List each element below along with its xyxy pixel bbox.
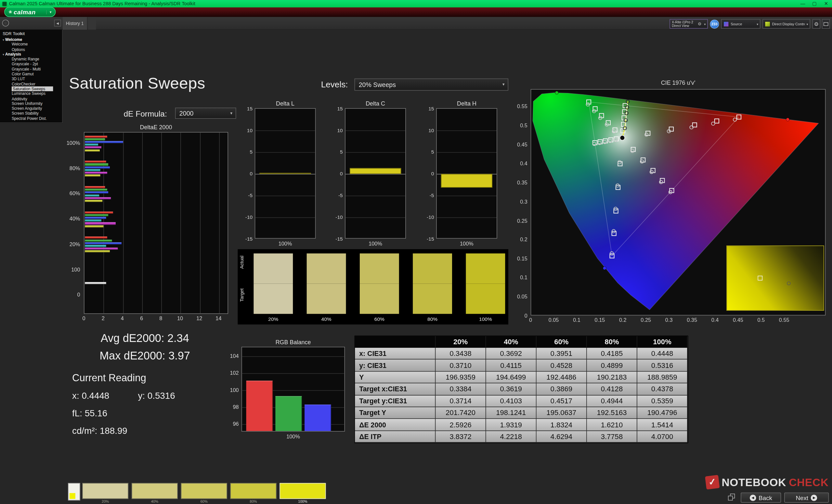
table-cell: 0.4944: [587, 395, 637, 407]
axis-tick-label: 5: [250, 149, 253, 155]
new-tab-stub[interactable]: [88, 17, 96, 30]
sidebar-item-label: ColorChecker: [12, 82, 35, 86]
collapse-panel-button[interactable]: ◀: [54, 20, 61, 26]
thumbnail-label: 60%: [181, 500, 227, 503]
axis-tick-label: 0.25: [517, 218, 527, 223]
sidebar-item-spectral-power-dist-[interactable]: Spectral Power Dist.: [12, 116, 62, 121]
de-bar-red: [85, 186, 105, 188]
thumbnail-60%[interactable]: [181, 483, 227, 499]
calman-menu-button[interactable]: ❀ calman ▾: [4, 7, 56, 17]
close-icon[interactable]: ✕: [820, 0, 832, 7]
sidebar-item-3d-lut[interactable]: 3D LUT: [12, 77, 62, 82]
thumbnail-label: 20%: [82, 500, 128, 503]
thumbnail-100%[interactable]: [280, 483, 326, 499]
next-button[interactable]: Next ▶: [784, 493, 829, 503]
sidebar-item-colorchecker[interactable]: ColorChecker: [12, 82, 62, 86]
de-bar-green: [85, 138, 105, 141]
sidebar-item-options[interactable]: Options: [12, 47, 62, 52]
swatch-60%: [360, 253, 399, 314]
chevron-down-icon: ▾: [499, 82, 508, 87]
table-header-cell: 20%: [436, 336, 486, 348]
sidebar-item-grayscale-multi[interactable]: Grayscale - Multi: [12, 66, 62, 72]
maximize-icon[interactable]: ▢: [809, 0, 820, 7]
de-bar-red: [85, 212, 113, 214]
logo-bar: [0, 7, 832, 17]
workspace-icon[interactable]: [2, 20, 9, 26]
axis-tick-label: 0.45: [517, 142, 527, 147]
minimize-icon[interactable]: —: [797, 0, 809, 7]
fl-value: 55.16: [85, 408, 107, 418]
max-label: Max dE2000:: [100, 349, 165, 362]
de-formula-dropdown[interactable]: 2000 ▾: [175, 108, 236, 118]
sidebar-item-label: Screen Uniformity: [12, 101, 43, 106]
sidebar-item-screen-stability[interactable]: Screen Stability: [12, 111, 62, 116]
source-dropdown[interactable]: Source ▾: [721, 19, 760, 29]
cie-1976-chart: CIE 1976 u'v' 00.050.10.150.20.250.30.35…: [514, 79, 832, 331]
table-cell: 1.5414: [637, 419, 688, 431]
sidebar-item-additivity[interactable]: Additivity: [12, 96, 62, 101]
thumbnail-20%[interactable]: [82, 483, 128, 499]
table-cell: 0.4103: [486, 395, 537, 407]
delta-l-y-axis: 151050-5-10-15: [245, 108, 254, 239]
sidebar-item-grayscale-2pt[interactable]: Grayscale - 2pt: [12, 62, 62, 66]
axis-tick-label: 100: [71, 266, 80, 272]
meter-line2: Direct View: [672, 24, 689, 27]
chevron-down-icon[interactable]: ▾: [3, 53, 4, 56]
sidebar-item-color-gamut[interactable]: Color Gamut: [12, 72, 62, 77]
axis-tick-label: 8: [157, 315, 165, 321]
meter-selector-button[interactable]: X-Rite i1Pro 2Direct View ⚙ ▾: [670, 19, 708, 29]
table-cell: 201.7420: [436, 407, 486, 419]
notebookcheck-logo-icon: ✓: [705, 475, 720, 489]
axis-tick-label: -15: [427, 236, 434, 242]
cie-zoom-inset: [726, 246, 824, 311]
axis-tick-label: 0.4: [520, 161, 527, 167]
sidebar-item-welcome[interactable]: ▾Welcome: [0, 37, 62, 42]
thumbnail-strip: 20%40%60%80%100%: [68, 482, 365, 504]
de-bar-cyan: [85, 220, 101, 222]
sidebar-item-analysis[interactable]: ▾Analysis: [0, 52, 62, 57]
tab-history-1[interactable]: History 1: [63, 17, 88, 30]
swatch-target: [360, 283, 399, 314]
table-cell: 3.7758: [587, 431, 637, 443]
levels-dropdown[interactable]: 20% Sweeps ▾: [355, 79, 508, 91]
de-bar-green: [85, 189, 107, 191]
axis-tick-label: 0: [80, 315, 88, 321]
cd-label: cd/m²:: [72, 426, 97, 436]
gridline: [437, 131, 497, 131]
back-button[interactable]: ◀ Back: [741, 493, 781, 503]
axis-tick-label: 15: [337, 106, 342, 111]
restore-window-button[interactable]: [728, 494, 736, 501]
cie-plot-area: [531, 89, 826, 315]
swatch-label: 20%: [254, 316, 293, 322]
axis-tick-label: 0.55: [777, 317, 791, 323]
swatch-100%: [466, 253, 505, 314]
settings-gear-button[interactable]: ⚙: [812, 19, 820, 29]
axis-tick-label: 0.2: [616, 317, 629, 323]
sidebar-item-saturation-sweeps[interactable]: Saturation Sweeps: [12, 86, 53, 91]
thumbnail-overview[interactable]: [68, 483, 80, 500]
sidebar-item-label: Screen Angularity: [12, 106, 42, 111]
de-bar-magenta: [85, 197, 111, 199]
table-cell: 4.2218: [486, 431, 537, 443]
sidebar-item-screen-uniformity[interactable]: Screen Uniformity: [12, 101, 62, 106]
table-cell: 0.3951: [537, 348, 587, 360]
gridline: [242, 373, 344, 374]
sidebar-item-dynamic-range[interactable]: Dynamic Range: [12, 57, 62, 62]
thumbnail-40%[interactable]: [132, 483, 178, 499]
chevron-down-icon[interactable]: ▾: [3, 38, 4, 41]
table-cell: 0.3714: [436, 395, 486, 407]
xy-reading: x: 0.4448y: 0.5316: [72, 391, 222, 401]
display-control-dropdown[interactable]: Direct Display Control ▾: [762, 19, 810, 29]
sidebar-item-welcome[interactable]: Welcome: [12, 42, 62, 47]
de-bar-yellow: [85, 200, 102, 202]
de-bar-blue: [85, 192, 108, 194]
sidebar-item-screen-angularity[interactable]: Screen Angularity: [12, 106, 62, 111]
gridline: [255, 217, 315, 218]
display-window-button[interactable]: [822, 19, 830, 29]
sidebar-item-luminance-sweeps[interactable]: Luminance Sweeps: [12, 91, 62, 96]
sidebar-item-label: Saturation Sweeps: [13, 86, 45, 91]
table-cell: 1.9319: [486, 419, 537, 431]
gear-icon[interactable]: ⚙: [697, 22, 702, 26]
thumbnail-80%[interactable]: [230, 483, 277, 499]
de-bar-yellow: [85, 149, 100, 152]
